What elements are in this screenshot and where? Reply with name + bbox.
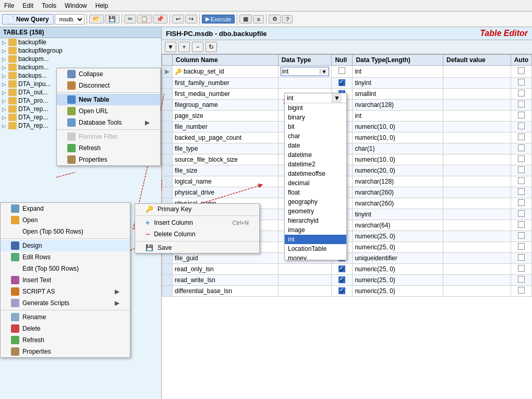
paste-button[interactable]: 📌 (153, 15, 167, 23)
default-value-cell[interactable] (443, 220, 511, 231)
default-value-cell[interactable] (443, 100, 511, 111)
ctx-primary-key[interactable]: 🔑 Primary Key (135, 204, 259, 214)
auto-cell[interactable] (511, 66, 531, 78)
menu-edit[interactable]: Edit (18, 1, 38, 10)
table-row[interactable]: backed_up_page_count✓numeric(10, 0) (162, 132, 532, 143)
auto-checkbox[interactable] (518, 155, 525, 162)
auto-cell[interactable] (511, 209, 531, 220)
dropdown-option[interactable]: binary (285, 113, 346, 122)
column-name-cell[interactable]: read_write_lsn (173, 275, 279, 286)
auto-checkbox[interactable] (518, 254, 525, 261)
null-checkbox[interactable]: ✓ (338, 287, 345, 294)
auto-checkbox[interactable] (518, 232, 525, 239)
column-name-cell[interactable]: file_type (173, 143, 279, 154)
auto-cell[interactable] (511, 264, 531, 275)
auto-checkbox[interactable] (518, 287, 525, 294)
table-row[interactable]: file_size✓numeric(20, 0) (162, 165, 532, 176)
null-checkbox[interactable]: ✓ (338, 265, 345, 272)
table-row[interactable]: first_media_number✓smallint (162, 89, 532, 100)
null-checkbox[interactable] (338, 67, 345, 74)
auto-cell[interactable] (511, 89, 531, 100)
auto-cell[interactable] (511, 220, 531, 231)
ctx-db-tools[interactable]: Database Tools ▶ (57, 117, 160, 128)
text-button[interactable]: ≡ (253, 15, 263, 23)
ctx-open[interactable]: Open (1, 214, 130, 226)
new-query-button[interactable]: 📄 New Query (2, 14, 54, 25)
grid-button[interactable]: ▦ (239, 15, 252, 23)
auto-cell[interactable] (511, 176, 531, 187)
default-value-cell[interactable] (443, 154, 511, 165)
database-selector[interactable]: msdb (55, 14, 84, 25)
ctx-delete[interactable]: Delete (1, 323, 130, 334)
ctx-disconnect[interactable]: Disconnect (57, 80, 160, 91)
auto-cell[interactable] (511, 78, 531, 89)
default-value-cell[interactable] (443, 66, 511, 78)
execute-button[interactable]: ▶ Execute (202, 15, 235, 23)
auto-cell[interactable] (511, 100, 531, 111)
default-value-cell[interactable] (443, 286, 511, 297)
auto-checkbox[interactable] (518, 79, 525, 86)
data-type-cell[interactable] (278, 286, 332, 297)
auto-checkbox[interactable] (518, 144, 525, 151)
column-name-cell[interactable]: file_number (173, 122, 279, 132)
default-value-cell[interactable] (443, 122, 511, 132)
data-type-cell[interactable] (278, 78, 332, 89)
redo-button[interactable]: ↪ (185, 15, 197, 23)
auto-checkbox[interactable] (518, 134, 525, 140)
auto-checkbox[interactable] (518, 166, 525, 173)
table-row[interactable]: filegroup_name✓nvarchar(128) (162, 100, 532, 111)
ctx-insert-text[interactable]: Insert Text (1, 274, 130, 286)
cut-button[interactable]: ✂ (124, 15, 136, 23)
default-value-cell[interactable] (443, 231, 511, 242)
dropdown-option[interactable]: hierarchyid (285, 216, 346, 225)
ctx-properties-1[interactable]: Properties (57, 154, 160, 165)
auto-checkbox[interactable] (518, 112, 525, 118)
ctx-insert-col[interactable]: + Insert Column Ctrl+N (135, 217, 259, 228)
column-name-cell[interactable]: source_file_block_size (173, 154, 279, 165)
null-checkbox[interactable]: ✓ (338, 276, 345, 283)
auto-checkbox[interactable] (518, 265, 525, 272)
ctx-refresh-2[interactable]: Refresh (1, 334, 130, 346)
dropdown-option[interactable]: float (285, 188, 346, 197)
undo-button[interactable]: ↩ (172, 15, 184, 23)
auto-cell[interactable] (511, 165, 531, 176)
auto-checkbox[interactable] (518, 101, 525, 107)
auto-checkbox[interactable] (518, 67, 525, 74)
dropdown-arrow-btn[interactable]: ▼ (332, 93, 342, 103)
auto-checkbox[interactable] (518, 243, 525, 250)
auto-cell[interactable] (511, 154, 531, 165)
table-row[interactable]: file_guid✓uniqueidentifier (162, 253, 532, 264)
column-name-cell[interactable]: file_size (173, 165, 279, 176)
null-checkbox[interactable]: ✓ (338, 79, 345, 86)
table-row[interactable]: read_only_lsn✓numeric(25, 0) (162, 264, 532, 275)
auto-cell[interactable] (511, 231, 531, 242)
column-name-cell[interactable]: first_family_number (173, 78, 279, 89)
column-name-cell[interactable]: first_media_number (173, 89, 279, 100)
table-row[interactable]: differential_base_lsn✓numeric(25, 0) (162, 286, 532, 297)
dropdown-option[interactable]: int (285, 235, 346, 244)
auto-checkbox[interactable] (518, 123, 525, 129)
ctx-expand[interactable]: Expand (1, 203, 130, 214)
ctx-new-table[interactable]: New Table (57, 94, 160, 105)
ctx-edit-rows[interactable]: Edit Rows (1, 251, 130, 263)
help-button[interactable]: ? (282, 15, 293, 23)
tree-item-backupm1[interactable]: ▷ backupm... (0, 55, 161, 63)
open-button[interactable]: 📂 (89, 15, 104, 23)
column-name-cell[interactable]: differential_base_lsn (173, 286, 279, 297)
column-name-cell[interactable]: read_only_lsn (173, 264, 279, 275)
ctx-rename[interactable]: Rename (1, 311, 130, 323)
dropdown-option[interactable]: image (285, 225, 346, 235)
auto-cell[interactable] (511, 132, 531, 143)
default-value-cell[interactable] (443, 264, 511, 275)
dropdown-option[interactable]: money (285, 253, 346, 260)
data-type-cell[interactable] (278, 264, 332, 275)
dropdown-option[interactable]: LocationTable (285, 244, 346, 253)
table-row[interactable]: file_numbernumeric(10, 0) (162, 122, 532, 132)
auto-checkbox[interactable] (518, 276, 525, 283)
default-value-cell[interactable] (443, 165, 511, 176)
auto-cell[interactable] (511, 242, 531, 253)
ctx-save[interactable]: 💾 Save (135, 243, 259, 253)
auto-cell[interactable] (511, 253, 531, 264)
default-value-cell[interactable] (443, 198, 511, 209)
table-row[interactable]: ▶🔑 backup_set_idint▼int (162, 66, 532, 78)
